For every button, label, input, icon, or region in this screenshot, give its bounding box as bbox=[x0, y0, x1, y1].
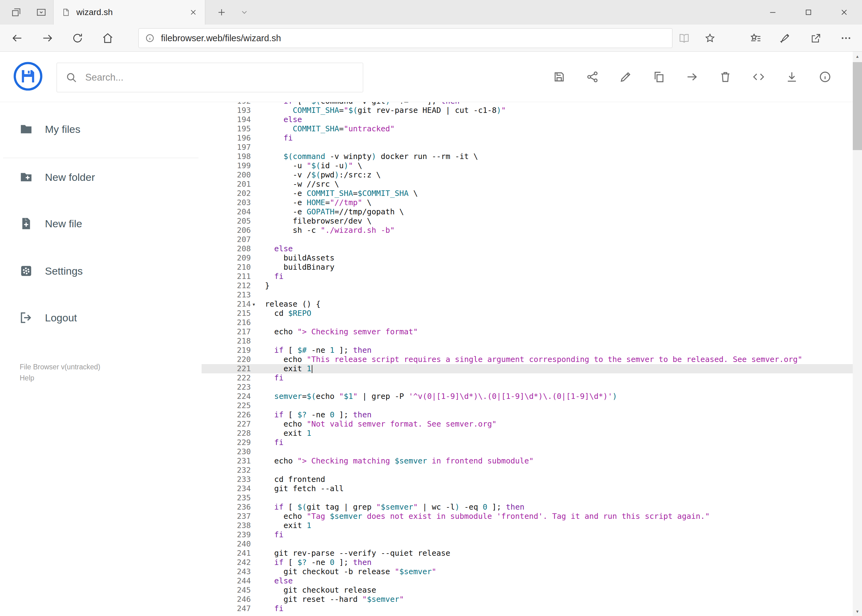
favorite-star-button[interactable] bbox=[698, 27, 722, 50]
code-line[interactable]: 240 bbox=[202, 539, 853, 548]
code-line[interactable]: 202 -e COMMIT_SHA=$COMMIT_SHA \ bbox=[202, 189, 853, 198]
move-button[interactable] bbox=[683, 68, 701, 86]
code-line[interactable]: 204 -e GOPATH=//tmp/gopath \ bbox=[202, 207, 853, 217]
sidebar-item-new-folder[interactable]: New folder bbox=[0, 163, 202, 191]
sidebar-item-new-file[interactable]: New file bbox=[0, 210, 202, 237]
save-button[interactable] bbox=[550, 68, 569, 86]
delete-button[interactable] bbox=[716, 68, 734, 86]
search-box[interactable] bbox=[57, 63, 363, 92]
code-line[interactable]: 247 fi bbox=[202, 604, 853, 613]
code-line[interactable]: 197 bbox=[202, 143, 853, 152]
info-button[interactable] bbox=[816, 68, 834, 86]
code-line[interactable]: 241 git rev-parse --verify --quiet relea… bbox=[202, 548, 853, 558]
code-line[interactable]: 208 else bbox=[202, 244, 853, 253]
code-line[interactable]: 206 sh -c "./wizard.sh -b" bbox=[202, 226, 853, 235]
close-button[interactable] bbox=[826, 0, 862, 25]
copy-button[interactable] bbox=[650, 68, 668, 86]
code-line[interactable]: 231 echo "> Checking matching $semver in… bbox=[202, 456, 853, 466]
set-tabs-aside-icon[interactable] bbox=[8, 4, 24, 20]
code-line[interactable]: 207 bbox=[202, 235, 853, 244]
code-line[interactable]: 219 if [ $# -ne 1 ]; then bbox=[202, 346, 853, 355]
search-input[interactable] bbox=[85, 72, 354, 83]
code-line[interactable]: 243 git checkout -b release "$semver" bbox=[202, 567, 853, 576]
new-tab-button[interactable] bbox=[210, 0, 233, 25]
code-line[interactable]: 211 fi bbox=[202, 272, 853, 281]
help-link[interactable]: Help bbox=[20, 374, 34, 382]
code-line[interactable]: 214▾release () { bbox=[202, 300, 853, 309]
sidebar-item-logout[interactable]: Logout bbox=[0, 304, 202, 332]
code-line[interactable]: 238 exit 1 bbox=[202, 521, 853, 530]
code-line[interactable]: 228 exit 1 bbox=[202, 429, 853, 438]
back-button[interactable] bbox=[6, 27, 29, 50]
browser-tab[interactable]: wizard.sh bbox=[53, 0, 205, 25]
code-line[interactable]: 234 git fetch --all bbox=[202, 484, 853, 493]
code-line[interactable]: 225 bbox=[202, 401, 853, 410]
home-button[interactable] bbox=[96, 27, 120, 50]
code-line[interactable]: 213 bbox=[202, 290, 853, 300]
code-line[interactable]: 200 -v /$(pwd):/src:z \ bbox=[202, 170, 853, 179]
code-editor[interactable]: 192 if [ "$(command -v git)" != "" ]; th… bbox=[202, 102, 853, 616]
code-line[interactable]: 210 buildBinary bbox=[202, 262, 853, 272]
reading-view-button[interactable] bbox=[673, 27, 696, 50]
sidebar-item-my-files[interactable]: My files bbox=[0, 115, 202, 143]
rename-button[interactable] bbox=[616, 68, 635, 86]
hub-favorites-button[interactable] bbox=[744, 27, 767, 50]
code-line[interactable]: 203 -e HOME="//tmp" \ bbox=[202, 198, 853, 207]
code-line[interactable]: 222 fi bbox=[202, 373, 853, 383]
page-scrollbar[interactable]: ▲ ▼ bbox=[853, 52, 862, 616]
code-line[interactable]: 235 bbox=[202, 493, 853, 503]
code-line[interactable]: 217 echo "> Checking semver format" bbox=[202, 327, 853, 336]
code-line[interactable]: 192 if [ "$(command -v git)" != "" ]; th… bbox=[202, 102, 853, 106]
code-line[interactable]: 245 git checkout release bbox=[202, 586, 853, 595]
forward-button[interactable] bbox=[36, 27, 59, 50]
code-line[interactable]: 226 if [ $? -ne 0 ]; then bbox=[202, 410, 853, 420]
code-view-button[interactable] bbox=[749, 68, 768, 86]
code-line[interactable]: 223 bbox=[202, 383, 853, 392]
refresh-button[interactable] bbox=[66, 27, 89, 50]
tab-preview-icon[interactable] bbox=[33, 4, 49, 20]
code-line[interactable]: 199 -u "$(id -u)" \ bbox=[202, 161, 853, 170]
minimize-button[interactable] bbox=[755, 0, 791, 25]
code-line[interactable]: 233 cd frontend bbox=[202, 475, 853, 484]
code-line[interactable]: 218 bbox=[202, 336, 853, 346]
address-bar[interactable]: filebrowser.web/files/wizard.sh bbox=[139, 28, 673, 48]
code-line[interactable]: 244 else bbox=[202, 576, 853, 586]
code-line[interactable]: 194 else bbox=[202, 115, 853, 124]
code-line[interactable]: 224 semver=$(echo "$1" | grep -P '^v(0|[… bbox=[202, 392, 853, 401]
download-button[interactable] bbox=[783, 68, 801, 86]
code-line[interactable]: 246 git reset --hard "$semver" bbox=[202, 595, 853, 604]
code-line[interactable]: 227 echo "Not valid semver format. See s… bbox=[202, 420, 853, 429]
code-line[interactable]: 201 -w //src \ bbox=[202, 179, 853, 189]
code-line[interactable]: 193 COMMIT_SHA="$(git rev-parse HEAD | c… bbox=[202, 106, 853, 115]
code-line[interactable]: 232 bbox=[202, 466, 853, 475]
code-line[interactable]: 205 filebrowser/dev \ bbox=[202, 217, 853, 226]
scrollbar-thumb[interactable] bbox=[853, 62, 862, 150]
web-note-pen-button[interactable] bbox=[774, 27, 797, 50]
tab-list-chevron-icon[interactable] bbox=[235, 0, 254, 25]
site-info-icon[interactable] bbox=[145, 33, 155, 43]
code-line[interactable]: 212} bbox=[202, 281, 853, 290]
code-line[interactable]: 215 cd $REPO bbox=[202, 309, 853, 318]
code-line[interactable]: 198 $(command -v winpty) docker run --rm… bbox=[202, 152, 853, 161]
code-line[interactable]: 229 fi bbox=[202, 438, 853, 447]
code-line[interactable]: 216 bbox=[202, 318, 853, 327]
code-line[interactable]: 196 fi bbox=[202, 134, 853, 143]
filebrowser-logo[interactable] bbox=[13, 61, 43, 91]
code-line[interactable]: 230 bbox=[202, 447, 853, 456]
maximize-button[interactable] bbox=[791, 0, 826, 25]
url-text[interactable]: filebrowser.web/files/wizard.sh bbox=[161, 33, 281, 43]
code-line[interactable]: 220 echo "This release script requires a… bbox=[202, 355, 853, 364]
more-options-icon[interactable] bbox=[834, 27, 858, 50]
share-button[interactable] bbox=[804, 27, 827, 50]
code-line[interactable]: 209 buildAssets bbox=[202, 253, 853, 262]
code-line[interactable]: 242 if [ $? -ne 0 ]; then bbox=[202, 558, 853, 567]
code-line[interactable]: 236 if [ $(git tag | grep "$semver" | wc… bbox=[202, 503, 853, 512]
scroll-down-arrow-icon[interactable]: ▼ bbox=[853, 607, 862, 616]
code-line[interactable]: 239 fi bbox=[202, 530, 853, 539]
code-line[interactable]: 221 exit 1 bbox=[202, 364, 853, 373]
code-line[interactable]: 237 echo "Tag $semver does not exist in … bbox=[202, 512, 853, 521]
fold-arrow-icon[interactable]: ▾ bbox=[252, 300, 255, 309]
tab-close-icon[interactable] bbox=[189, 9, 197, 16]
code-line[interactable]: 195 COMMIT_SHA="untracked" bbox=[202, 124, 853, 134]
scroll-up-arrow-icon[interactable]: ▲ bbox=[853, 52, 862, 61]
